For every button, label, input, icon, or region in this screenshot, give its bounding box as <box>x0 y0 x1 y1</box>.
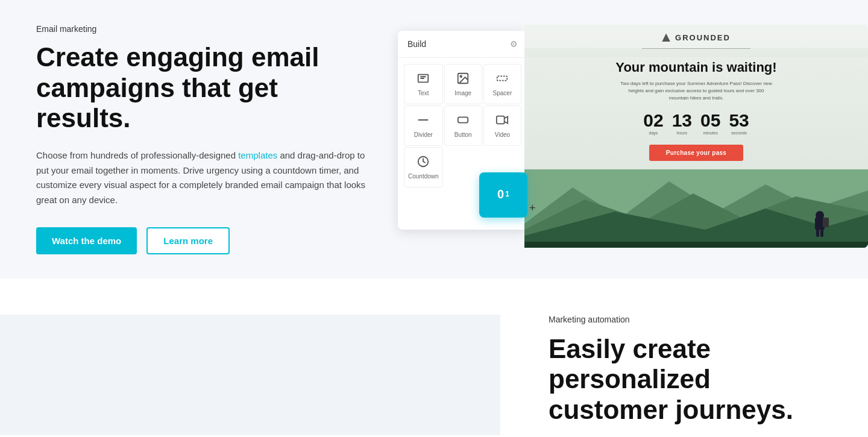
countdown-minutes-value: 05 <box>700 112 720 130</box>
countdown-icon <box>417 155 430 170</box>
templates-link[interactable]: templates <box>238 150 277 160</box>
bottom-right-content: Marketing automation Easily create perso… <box>500 315 832 426</box>
countdown-days: 02 days <box>643 112 663 135</box>
image-icon <box>456 72 470 87</box>
countdown-hours: 13 hours <box>672 112 692 135</box>
left-content: Email marketing Create engaging email ca… <box>36 24 398 254</box>
svg-point-16 <box>816 211 824 219</box>
countdown-display: 02 days 13 hours 05 minutes 53 <box>643 112 749 135</box>
bottom-section: Marketing automation Easily create perso… <box>0 278 868 437</box>
divider-icon <box>417 113 430 128</box>
email-hero-title: Your mountain is waiting! <box>615 60 776 75</box>
svg-rect-18 <box>816 228 819 237</box>
svg-rect-7 <box>458 117 468 122</box>
brand-icon <box>662 33 670 42</box>
email-preview-panel: GROUNDED Your mountain is waiting! Two d… <box>524 25 868 248</box>
countdown-label: Countdown <box>408 173 439 180</box>
text-icon <box>417 72 430 87</box>
builder-item-image[interactable]: Image <box>444 64 482 104</box>
bottom-section-label: Marketing automation <box>549 315 832 324</box>
button-label: Button <box>454 131 472 138</box>
plus-icon: + <box>529 202 536 215</box>
builder-item-countdown[interactable]: Countdown <box>404 147 443 187</box>
email-body: Your mountain is waiting! Two days left … <box>524 57 868 169</box>
video-icon <box>495 113 509 128</box>
video-label: Video <box>495 131 510 138</box>
countdown-minutes-label: minutes <box>703 131 718 135</box>
svg-rect-19 <box>820 228 823 237</box>
countdown-seconds-label: seconds <box>731 131 747 135</box>
countdown-hours-value: 13 <box>672 112 692 130</box>
builder-header: Build ⚙ <box>398 31 527 58</box>
section-label: Email marketing <box>36 24 374 34</box>
gear-icon[interactable]: ⚙ <box>510 39 518 49</box>
builder-item-divider[interactable]: Divider <box>404 105 443 146</box>
builder-item-spacer[interactable]: Spacer <box>483 64 521 104</box>
email-cta-button[interactable]: Purchase your pass <box>649 145 743 161</box>
svg-rect-8 <box>497 116 505 124</box>
svg-rect-5 <box>497 76 508 80</box>
svg-point-4 <box>461 75 462 77</box>
builder-item-video[interactable]: Video <box>483 105 521 146</box>
divider-label: Divider <box>414 131 433 138</box>
brand-name: GROUNDED <box>675 33 731 42</box>
description-text-before: Choose from hundreds of professionally-d… <box>36 150 238 160</box>
svg-rect-14 <box>524 242 868 248</box>
spacer-icon <box>495 72 509 87</box>
builder-item-text[interactable]: Text <box>404 64 443 104</box>
countdown-seconds-value: 53 <box>729 112 749 130</box>
mountain-svg <box>524 169 868 248</box>
top-section: Email marketing Create engaging email ca… <box>0 0 868 278</box>
spacer-label: Spacer <box>493 90 512 96</box>
countdown-float-digits: 01 <box>497 188 509 200</box>
bottom-main-heading: Easily create personalized customer jour… <box>549 334 832 426</box>
bottom-left-visual <box>0 315 500 435</box>
builder-item-button[interactable]: Button <box>444 105 482 146</box>
email-mountain-image <box>524 169 868 248</box>
main-heading: Create engaging email campaigns that get… <box>36 42 374 134</box>
countdown-hours-label: hours <box>677 131 688 135</box>
button-group: Watch the demo Learn more <box>36 227 374 254</box>
countdown-seconds: 53 seconds <box>729 112 749 135</box>
learn-more-button[interactable]: Learn more <box>146 227 230 254</box>
countdown-days-value: 02 <box>643 112 663 130</box>
builder-title: Build <box>407 39 426 49</box>
email-preview-inner: GROUNDED Your mountain is waiting! Two d… <box>524 25 868 248</box>
countdown-floating-tile: 01 <box>479 172 527 218</box>
text-label: Text <box>418 90 429 96</box>
countdown-days-label: days <box>649 131 658 135</box>
watch-demo-button[interactable]: Watch the demo <box>36 227 137 254</box>
image-label: Image <box>454 90 471 96</box>
email-hero-text: Two days left to purchase your Summer Ad… <box>618 80 775 102</box>
description: Choose from hundreds of professionally-d… <box>36 148 374 208</box>
email-header-bar: GROUNDED <box>524 25 868 48</box>
demo-preview: Build ⚙ Text <box>398 25 868 254</box>
svg-rect-17 <box>823 218 829 227</box>
button-icon <box>456 113 470 128</box>
countdown-minutes: 05 minutes <box>700 112 720 135</box>
email-divider <box>642 48 750 49</box>
